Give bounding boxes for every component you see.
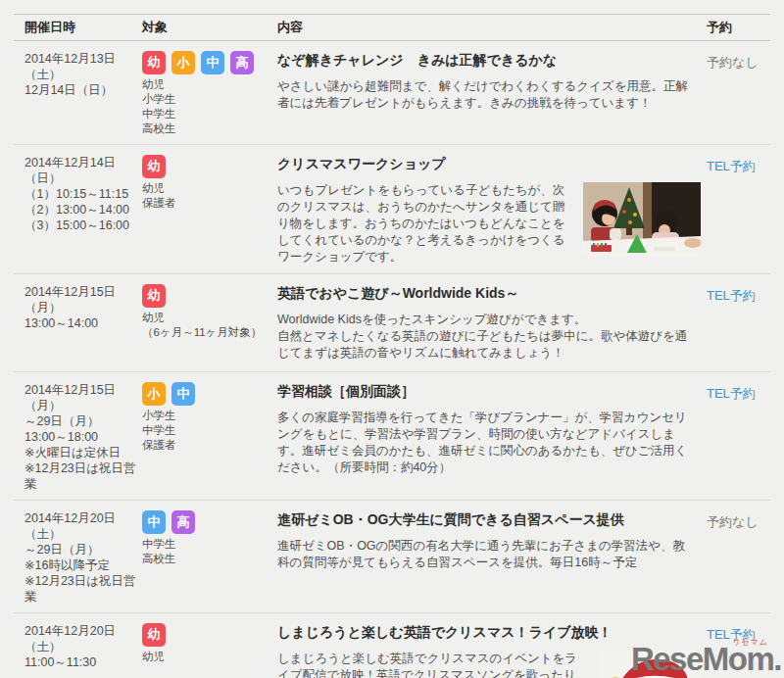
target-cell: 幼 幼児 <box>142 623 277 678</box>
event-description: Worldwide Kidsを使ったスキンシップ遊びができます。 自然とマネした… <box>277 312 701 362</box>
audience-label: 小学生 <box>142 92 277 107</box>
date-cell: 2014年12月15日（月）13:00～14:00 <box>14 284 142 363</box>
date-line: 2014年12月20日（土） <box>24 510 142 542</box>
date-line: 12月14日（日） <box>24 82 142 98</box>
table-row: 2014年12月15日（月）13:00～14:00 幼 幼児（6ヶ月～11ヶ月対… <box>14 274 770 372</box>
audience-lines: 幼児（6ヶ月～11ヶ月対象） <box>142 311 277 340</box>
column-header-date: 開催日時 <box>14 19 142 36</box>
audience-label: 高校生 <box>142 552 277 566</box>
event-description: 多くの家庭学習指導を行ってきた「学びプランナー」が、学習カウンセリングをもとに、… <box>277 410 701 476</box>
audience-badge: 小 <box>142 382 166 406</box>
date-line: 2014年12月14日（日） <box>24 155 142 186</box>
content-cell: クリスマスワークショップ いつもプレゼントをもらっている子どもたちが、次のクリス… <box>277 155 701 266</box>
target-cell: 幼 幼児（6ヶ月～11ヶ月対象） <box>142 284 277 363</box>
audience-label: 保護者 <box>142 196 277 211</box>
event-description: 進研ゼミOB・OGの関西の有名大学に通う先輩にお子さまの学習法や、教科の質問等が… <box>277 538 701 571</box>
reservation-cell: 予約なし <box>701 510 770 605</box>
date-line: ～29日（月） <box>24 413 142 429</box>
christmas-workshop-photo <box>583 182 701 257</box>
event-title: 学習相談［個別面談］ <box>277 382 701 400</box>
badge-row: 幼 <box>142 284 277 308</box>
audience-label: 高校生 <box>142 121 277 136</box>
date-line: ※火曜日は定休日 <box>24 445 142 460</box>
date-cell: 2014年12月15日（月）～29日（月）13:00～18:00※火曜日は定休日… <box>14 382 142 492</box>
audience-label: 中学生 <box>142 537 277 552</box>
audience-lines: 幼児小学生中学生高校生 <box>142 77 277 136</box>
reservation-cell: TEL予約 <box>701 284 770 363</box>
date-cell: 2014年12月20日（土）～29日（月）※16時以降予定※12月23日は祝日営… <box>14 510 142 605</box>
audience-badge: 幼 <box>142 155 166 178</box>
photo-slot <box>583 182 701 261</box>
date-line: 13:00～18:00 <box>24 429 142 445</box>
event-title: クリスマスワークショップ <box>277 155 701 172</box>
audience-label: 保護者 <box>142 438 277 453</box>
badge-row: 中高 <box>142 510 277 534</box>
date-line: 2014年12月20日（土） <box>24 623 142 654</box>
table-row: 2014年12月14日（日）（1）10:15～11:15（2）13:00～14:… <box>14 145 770 274</box>
audience-badge: 中 <box>172 382 195 406</box>
date-line: （3）15:00～16:00 <box>24 218 142 233</box>
event-description: しまじろうと楽しむ英語でクリスマスのイベントをライブ配信で放映！英語でクリスマス… <box>277 651 599 678</box>
date-cell: 2014年12月14日（日）（1）10:15～11:15（2）13:00～14:… <box>14 155 142 266</box>
badge-row: 幼 <box>142 623 277 647</box>
badge-row: 幼小中高 <box>142 51 277 74</box>
audience-lines: 幼児保護者 <box>142 181 277 211</box>
audience-badge: 高 <box>230 51 254 74</box>
table-row: 2014年12月13日（土）12月14日（日） 幼小中高 幼児小学生中学生高校生… <box>14 41 770 145</box>
column-header-target: 対象 <box>142 19 277 36</box>
audience-badge: 幼 <box>142 51 166 74</box>
date-cell: 2014年12月13日（土）12月14日（日） <box>14 51 142 136</box>
reservation-label: 予約なし <box>707 514 759 529</box>
content-cell: なぞ解きチャレンジ きみは正解できるかな やさしい謎から超難問まで、解くだけでわ… <box>277 51 701 136</box>
audience-lines: 中学生高校生 <box>142 537 277 566</box>
audience-label: 中学生 <box>142 423 277 438</box>
audience-badge: 中 <box>142 510 166 534</box>
audience-badge: 中 <box>201 51 224 74</box>
reservation-label[interactable]: TEL予約 <box>707 288 756 303</box>
event-schedule-page: 開催日時 対象 内容 予約 2014年12月13日（土）12月14日（日） 幼小… <box>0 0 784 678</box>
reservation-label: 予約なし <box>707 55 759 70</box>
badge-row: 幼 <box>142 155 277 178</box>
date-line: 11:00～11:30 <box>24 654 142 670</box>
table-body: 2014年12月13日（土）12月14日（日） 幼小中高 幼児小学生中学生高校生… <box>14 41 770 678</box>
event-description: やさしい謎から超難問まで、解くだけでわくわくするクイズを用意。正解者には先着プレ… <box>277 78 701 112</box>
audience-badge: 高 <box>172 510 195 534</box>
resemom-logo[interactable]: ReseMom. リセマム <box>631 643 781 675</box>
reservation-cell: 予約なし <box>701 51 770 136</box>
date-line: 2014年12月15日（月） <box>24 284 142 315</box>
target-cell: 幼小中高 幼児小学生中学生高校生 <box>142 51 277 136</box>
date-line: ※16時以降予定 <box>24 557 142 573</box>
content-cell: 学習相談［個別面談］ 多くの家庭学習指導を行ってきた「学びプランナー」が、学習カ… <box>277 382 701 492</box>
audience-label: （6ヶ月～11ヶ月対象） <box>142 325 277 340</box>
reservation-cell: TEL予約 <box>701 155 770 266</box>
target-cell: 幼 幼児保護者 <box>142 155 277 266</box>
event-table: 開催日時 対象 内容 予約 2014年12月13日（土）12月14日（日） 幼小… <box>14 14 770 678</box>
audience-lines: 幼児 <box>142 650 277 664</box>
reservation-label[interactable]: TEL予約 <box>707 159 756 173</box>
audience-label: 幼児 <box>142 650 277 664</box>
date-cell: 2014年12月20日（土）11:00～11:30 <box>14 623 142 678</box>
content-cell: 英語でおやこ遊び～Worldwide Kids～ Worldwide Kidsを… <box>277 284 701 363</box>
event-title: 英語でおやこ遊び～Worldwide Kids～ <box>277 284 701 302</box>
audience-label: 幼児 <box>142 311 277 325</box>
event-title: しまじろうと楽しむ英語でクリスマス！ライブ放映！ <box>277 623 701 641</box>
date-line: ～29日（月） <box>24 542 142 557</box>
target-cell: 中高 中学生高校生 <box>142 510 277 605</box>
audience-label: 小学生 <box>142 409 277 423</box>
table-row: 2014年12月15日（月）～29日（月）13:00～18:00※火曜日は定休日… <box>14 372 770 501</box>
date-line: （1）10:15～11:15 <box>24 186 142 202</box>
table-row: 2014年12月20日（土）～29日（月）※16時以降予定※12月23日は祝日営… <box>14 501 770 613</box>
column-header-content: 内容 <box>277 19 701 36</box>
column-header-reservation: 予約 <box>701 19 770 36</box>
resemom-logo-kana: リセマム <box>732 639 768 647</box>
badge-row: 小中 <box>142 382 277 406</box>
target-cell: 小中 小学生中学生保護者 <box>142 382 277 492</box>
audience-lines: 小学生中学生保護者 <box>142 409 277 453</box>
date-line: 13:00～14:00 <box>24 315 142 331</box>
audience-label: 幼児 <box>142 181 277 196</box>
reservation-label[interactable]: TEL予約 <box>707 386 756 401</box>
audience-badge: 小 <box>172 51 195 74</box>
date-line: ※12月23日は祝日営業 <box>24 573 142 605</box>
event-title: なぞ解きチャレンジ きみは正解できるかな <box>277 51 701 69</box>
date-line: ※12月23日は祝日営業 <box>24 460 142 492</box>
